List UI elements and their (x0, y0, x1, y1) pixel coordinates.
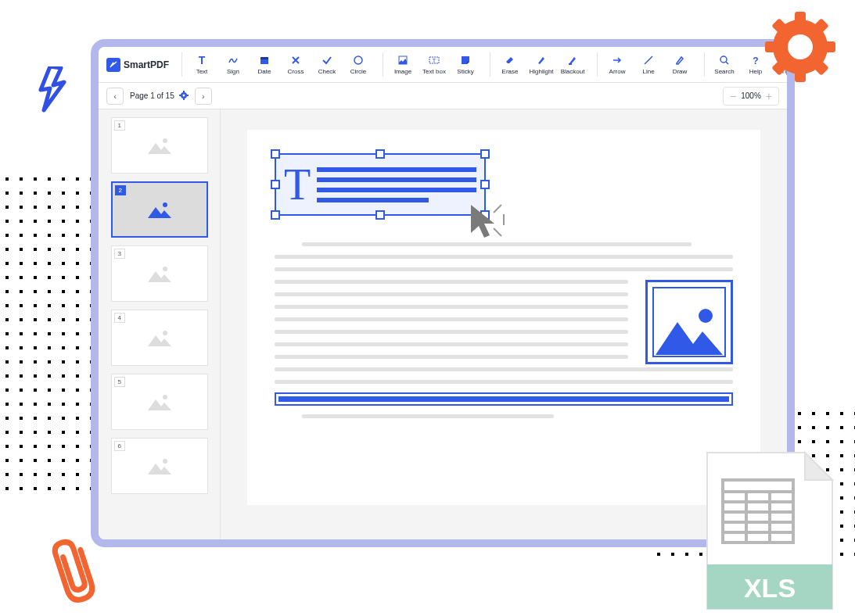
textbox-icon: T (428, 54, 440, 66)
tool-line[interactable]: Line (634, 52, 663, 77)
resize-handle-tr[interactable] (480, 149, 490, 159)
arrow-icon (611, 54, 623, 66)
prev-page-button[interactable]: ‹ (106, 88, 124, 105)
toolbar: SmartPDF TText Sign Date Cross Check Cir… (99, 47, 787, 83)
app-name: SmartPDF (124, 59, 169, 70)
svg-point-38 (163, 202, 167, 207)
xls-file-icon: XLS (703, 449, 836, 616)
draw-icon (674, 54, 686, 66)
tool-text[interactable]: TText (187, 52, 217, 77)
thumbnail-4[interactable]: 4 (111, 310, 208, 366)
svg-point-40 (163, 331, 167, 335)
selected-text-line[interactable] (275, 392, 733, 406)
search-icon (718, 54, 731, 66)
svg-point-42 (163, 459, 167, 464)
svg-rect-2 (765, 41, 779, 52)
image-placeholder-icon (148, 137, 171, 154)
thumbnail-1[interactable]: 1 (111, 117, 208, 174)
svg-rect-26 (569, 63, 572, 65)
image-placeholder-icon (654, 305, 724, 356)
svg-point-37 (163, 138, 167, 143)
tool-sign[interactable]: Sign (218, 52, 248, 77)
document-page[interactable]: T (247, 130, 760, 505)
circle-icon (352, 54, 365, 66)
svg-line-27 (645, 56, 652, 64)
svg-text:T: T (433, 57, 436, 64)
image-placeholder-icon (148, 201, 171, 218)
svg-point-8 (788, 34, 813, 59)
svg-rect-3 (821, 41, 835, 52)
tool-cross[interactable]: Cross (281, 52, 311, 77)
resize-handle-bl[interactable] (271, 210, 280, 220)
line-icon (642, 54, 655, 66)
help-icon: ? (749, 54, 762, 66)
thumbnail-6[interactable]: 6 (111, 438, 208, 494)
tool-arrow[interactable]: Arrow (602, 52, 632, 77)
text-content-lines (317, 167, 476, 202)
svg-rect-35 (179, 95, 181, 96)
resize-handle-ml[interactable] (271, 180, 280, 189)
image-placeholder-icon (148, 393, 171, 410)
page-settings-icon[interactable] (179, 91, 189, 102)
svg-point-41 (163, 395, 167, 399)
next-page-button[interactable]: › (195, 88, 212, 105)
blackout-icon (566, 54, 579, 66)
tool-textbox[interactable]: TText box (419, 52, 449, 77)
svg-rect-0 (795, 12, 806, 26)
svg-rect-1 (795, 68, 806, 82)
sign-icon (227, 54, 239, 66)
tool-blackout[interactable]: Blackout (558, 52, 587, 77)
tool-draw[interactable]: Draw (665, 52, 695, 77)
text-icon: T (196, 54, 208, 66)
image-placeholder-icon (148, 265, 171, 282)
thumbnail-3[interactable]: 3 (111, 245, 208, 302)
tool-circle[interactable]: Circle (343, 52, 373, 77)
image-icon (397, 54, 409, 66)
zoom-level: 100% (741, 91, 761, 100)
resize-handle-tc[interactable] (375, 149, 385, 159)
tool-highlight[interactable]: Highlight (526, 52, 556, 77)
svg-text:?: ? (753, 56, 758, 66)
svg-rect-21 (260, 57, 268, 59)
lightning-icon (34, 66, 72, 115)
image-placeholder-icon (148, 329, 171, 346)
tool-sticky[interactable]: Sticky (451, 52, 480, 77)
text-glyph: T (284, 163, 311, 206)
selected-text-element[interactable]: T (275, 153, 486, 216)
page-indicator: Page 1 of 15 (130, 91, 189, 102)
thumbnail-sidebar[interactable]: 1 2 3 4 5 6 (99, 109, 221, 539)
body-text-lines (275, 242, 733, 271)
app-logo[interactable]: SmartPDF (106, 58, 169, 72)
tool-check[interactable]: Check (312, 52, 342, 77)
thumbnail-2[interactable]: 2 (111, 181, 208, 238)
resize-handle-mr[interactable] (480, 180, 490, 189)
erase-icon (504, 54, 516, 66)
svg-text:XLS: XLS (744, 573, 796, 603)
app-window: SmartPDF TText Sign Date Cross Check Cir… (91, 39, 795, 547)
image-element[interactable] (645, 280, 733, 364)
resize-handle-bc[interactable] (375, 210, 385, 220)
tool-erase[interactable]: Erase (495, 52, 525, 77)
svg-point-28 (720, 56, 727, 63)
zoom-out-button[interactable]: − (730, 91, 736, 102)
tool-date[interactable]: Date (250, 52, 279, 77)
gear-icon (765, 12, 835, 82)
body-text-lines (275, 414, 733, 418)
body-text-lines (275, 280, 628, 359)
highlight-icon (535, 54, 548, 66)
zoom-in-button[interactable]: + (766, 91, 772, 102)
canvas-area: T (221, 109, 787, 539)
tool-search[interactable]: Search (710, 52, 739, 77)
resize-handle-tl[interactable] (271, 149, 280, 159)
sticky-icon (459, 54, 472, 66)
image-placeholder-icon (148, 457, 171, 475)
svg-text:T: T (199, 55, 206, 66)
tool-image[interactable]: Image (388, 52, 418, 77)
zoom-control: − 100% + (723, 87, 779, 106)
check-icon (321, 54, 333, 66)
paperclip-icon (49, 534, 100, 608)
svg-point-43 (699, 309, 713, 323)
svg-line-29 (726, 62, 728, 64)
cursor-icon (468, 202, 504, 242)
thumbnail-5[interactable]: 5 (111, 374, 208, 430)
